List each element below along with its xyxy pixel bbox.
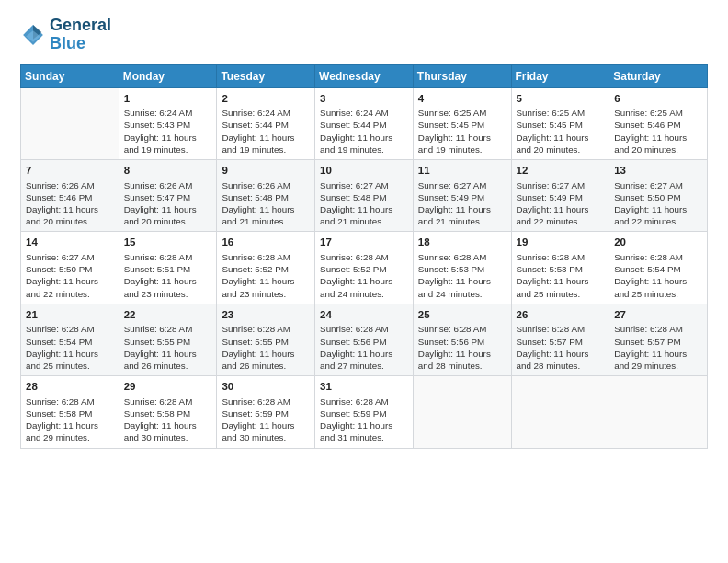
day-number: 20 bbox=[614, 236, 703, 250]
day-number: 4 bbox=[418, 92, 507, 107]
day-number: 28 bbox=[26, 380, 115, 395]
day-info: Sunrise: 6:27 AMSunset: 5:49 PMDaylight:… bbox=[418, 179, 507, 228]
day-number: 14 bbox=[26, 236, 115, 250]
logo: General Blue bbox=[20, 17, 111, 53]
day-number: 27 bbox=[614, 308, 703, 323]
calendar-cell: 5Sunrise: 6:25 AMSunset: 5:45 PMDaylight… bbox=[511, 87, 609, 159]
day-number: 6 bbox=[614, 92, 703, 107]
calendar-cell: 6Sunrise: 6:25 AMSunset: 5:46 PMDaylight… bbox=[609, 87, 708, 159]
day-info: Sunrise: 6:24 AMSunset: 5:44 PMDaylight:… bbox=[320, 107, 409, 155]
day-number: 11 bbox=[418, 164, 507, 178]
day-info: Sunrise: 6:24 AMSunset: 5:44 PMDaylight:… bbox=[222, 107, 311, 155]
day-info: Sunrise: 6:28 AMSunset: 5:57 PMDaylight:… bbox=[517, 323, 606, 372]
calendar-cell: 22Sunrise: 6:28 AMSunset: 5:55 PMDayligh… bbox=[119, 304, 217, 375]
calendar-cell: 18Sunrise: 6:28 AMSunset: 5:53 PMDayligh… bbox=[413, 232, 511, 304]
day-number: 29 bbox=[124, 380, 213, 395]
day-header-saturday: Saturday bbox=[609, 64, 708, 87]
day-number: 13 bbox=[614, 164, 703, 178]
calendar-cell: 4Sunrise: 6:25 AMSunset: 5:45 PMDaylight… bbox=[413, 87, 511, 159]
day-header-friday: Friday bbox=[511, 64, 609, 87]
day-number: 7 bbox=[26, 164, 115, 178]
calendar-cell: 24Sunrise: 6:28 AMSunset: 5:56 PMDayligh… bbox=[315, 304, 414, 375]
calendar-cell: 12Sunrise: 6:27 AMSunset: 5:49 PMDayligh… bbox=[511, 159, 609, 231]
day-header-sunday: Sunday bbox=[21, 64, 119, 87]
week-row-5: 28Sunrise: 6:28 AMSunset: 5:58 PMDayligh… bbox=[21, 376, 708, 448]
day-number: 8 bbox=[124, 164, 213, 178]
day-number: 23 bbox=[222, 308, 311, 323]
calendar-cell: 21Sunrise: 6:28 AMSunset: 5:54 PMDayligh… bbox=[21, 304, 119, 375]
calendar-cell bbox=[21, 87, 119, 159]
calendar-cell: 8Sunrise: 6:26 AMSunset: 5:47 PMDaylight… bbox=[119, 159, 217, 231]
day-info: Sunrise: 6:28 AMSunset: 5:53 PMDaylight:… bbox=[418, 251, 507, 300]
day-info: Sunrise: 6:28 AMSunset: 5:56 PMDaylight:… bbox=[320, 323, 409, 372]
day-info: Sunrise: 6:28 AMSunset: 5:55 PMDaylight:… bbox=[222, 323, 311, 372]
calendar-cell bbox=[511, 376, 609, 448]
week-row-2: 7Sunrise: 6:26 AMSunset: 5:46 PMDaylight… bbox=[21, 159, 708, 231]
day-number: 30 bbox=[222, 380, 311, 395]
week-row-3: 14Sunrise: 6:27 AMSunset: 5:50 PMDayligh… bbox=[21, 232, 708, 304]
day-info: Sunrise: 6:24 AMSunset: 5:43 PMDaylight:… bbox=[124, 107, 213, 155]
day-number: 3 bbox=[320, 92, 409, 107]
day-number: 25 bbox=[418, 308, 507, 323]
calendar-cell: 7Sunrise: 6:26 AMSunset: 5:46 PMDaylight… bbox=[21, 159, 119, 231]
calendar-cell bbox=[609, 376, 708, 448]
calendar-cell: 25Sunrise: 6:28 AMSunset: 5:56 PMDayligh… bbox=[413, 304, 511, 375]
day-info: Sunrise: 6:28 AMSunset: 5:54 PMDaylight:… bbox=[614, 251, 703, 300]
calendar-table: SundayMondayTuesdayWednesdayThursdayFrid… bbox=[20, 64, 708, 449]
calendar-cell: 14Sunrise: 6:27 AMSunset: 5:50 PMDayligh… bbox=[21, 232, 119, 304]
day-info: Sunrise: 6:26 AMSunset: 5:47 PMDaylight:… bbox=[124, 179, 213, 228]
calendar-cell: 10Sunrise: 6:27 AMSunset: 5:48 PMDayligh… bbox=[315, 159, 414, 231]
day-number: 10 bbox=[320, 164, 409, 178]
calendar-cell: 17Sunrise: 6:28 AMSunset: 5:52 PMDayligh… bbox=[315, 232, 414, 304]
day-info: Sunrise: 6:28 AMSunset: 5:53 PMDaylight:… bbox=[517, 251, 606, 300]
day-info: Sunrise: 6:26 AMSunset: 5:48 PMDaylight:… bbox=[222, 179, 311, 228]
day-info: Sunrise: 6:28 AMSunset: 5:58 PMDaylight:… bbox=[124, 396, 213, 444]
day-number: 21 bbox=[26, 308, 115, 323]
calendar-cell: 30Sunrise: 6:28 AMSunset: 5:59 PMDayligh… bbox=[217, 376, 315, 448]
calendar-cell: 26Sunrise: 6:28 AMSunset: 5:57 PMDayligh… bbox=[511, 304, 609, 375]
calendar-cell: 15Sunrise: 6:28 AMSunset: 5:51 PMDayligh… bbox=[119, 232, 217, 304]
day-number: 26 bbox=[517, 308, 606, 323]
day-info: Sunrise: 6:28 AMSunset: 5:59 PMDaylight:… bbox=[320, 396, 409, 444]
calendar-cell: 23Sunrise: 6:28 AMSunset: 5:55 PMDayligh… bbox=[217, 304, 315, 375]
calendar-cell: 9Sunrise: 6:26 AMSunset: 5:48 PMDaylight… bbox=[217, 159, 315, 231]
calendar-cell: 16Sunrise: 6:28 AMSunset: 5:52 PMDayligh… bbox=[217, 232, 315, 304]
day-info: Sunrise: 6:25 AMSunset: 5:45 PMDaylight:… bbox=[418, 107, 507, 155]
day-number: 22 bbox=[124, 308, 213, 323]
day-number: 12 bbox=[517, 164, 606, 178]
week-row-1: 1Sunrise: 6:24 AMSunset: 5:43 PMDaylight… bbox=[21, 87, 708, 159]
day-info: Sunrise: 6:28 AMSunset: 5:57 PMDaylight:… bbox=[614, 323, 703, 372]
day-header-monday: Monday bbox=[119, 64, 217, 87]
day-info: Sunrise: 6:27 AMSunset: 5:49 PMDaylight:… bbox=[517, 179, 606, 228]
day-number: 18 bbox=[418, 236, 507, 250]
day-number: 9 bbox=[222, 164, 311, 178]
day-info: Sunrise: 6:28 AMSunset: 5:59 PMDaylight:… bbox=[222, 396, 311, 444]
calendar-cell: 19Sunrise: 6:28 AMSunset: 5:53 PMDayligh… bbox=[511, 232, 609, 304]
day-header-tuesday: Tuesday bbox=[217, 64, 315, 87]
day-info: Sunrise: 6:28 AMSunset: 5:54 PMDaylight:… bbox=[26, 323, 115, 372]
header: General Blue bbox=[20, 17, 708, 53]
calendar-cell: 1Sunrise: 6:24 AMSunset: 5:43 PMDaylight… bbox=[119, 87, 217, 159]
day-number: 1 bbox=[124, 92, 213, 107]
calendar-cell: 3Sunrise: 6:24 AMSunset: 5:44 PMDaylight… bbox=[315, 87, 414, 159]
calendar-cell: 31Sunrise: 6:28 AMSunset: 5:59 PMDayligh… bbox=[315, 376, 414, 448]
days-header-row: SundayMondayTuesdayWednesdayThursdayFrid… bbox=[21, 64, 708, 87]
day-header-wednesday: Wednesday bbox=[315, 64, 414, 87]
day-number: 17 bbox=[320, 236, 409, 250]
day-info: Sunrise: 6:28 AMSunset: 5:51 PMDaylight:… bbox=[124, 251, 213, 300]
logo-icon bbox=[20, 22, 46, 48]
day-number: 15 bbox=[124, 236, 213, 250]
day-info: Sunrise: 6:28 AMSunset: 5:55 PMDaylight:… bbox=[124, 323, 213, 372]
day-info: Sunrise: 6:28 AMSunset: 5:58 PMDaylight:… bbox=[26, 396, 115, 444]
day-info: Sunrise: 6:27 AMSunset: 5:48 PMDaylight:… bbox=[320, 179, 409, 228]
day-info: Sunrise: 6:28 AMSunset: 5:52 PMDaylight:… bbox=[222, 251, 311, 300]
calendar-body: 1Sunrise: 6:24 AMSunset: 5:43 PMDaylight… bbox=[21, 87, 708, 448]
day-number: 5 bbox=[517, 92, 606, 107]
day-header-thursday: Thursday bbox=[413, 64, 511, 87]
calendar-cell: 27Sunrise: 6:28 AMSunset: 5:57 PMDayligh… bbox=[609, 304, 708, 375]
day-info: Sunrise: 6:28 AMSunset: 5:56 PMDaylight:… bbox=[418, 323, 507, 372]
calendar-cell: 20Sunrise: 6:28 AMSunset: 5:54 PMDayligh… bbox=[609, 232, 708, 304]
calendar-cell: 29Sunrise: 6:28 AMSunset: 5:58 PMDayligh… bbox=[119, 376, 217, 448]
day-number: 2 bbox=[222, 92, 311, 107]
day-number: 24 bbox=[320, 308, 409, 323]
